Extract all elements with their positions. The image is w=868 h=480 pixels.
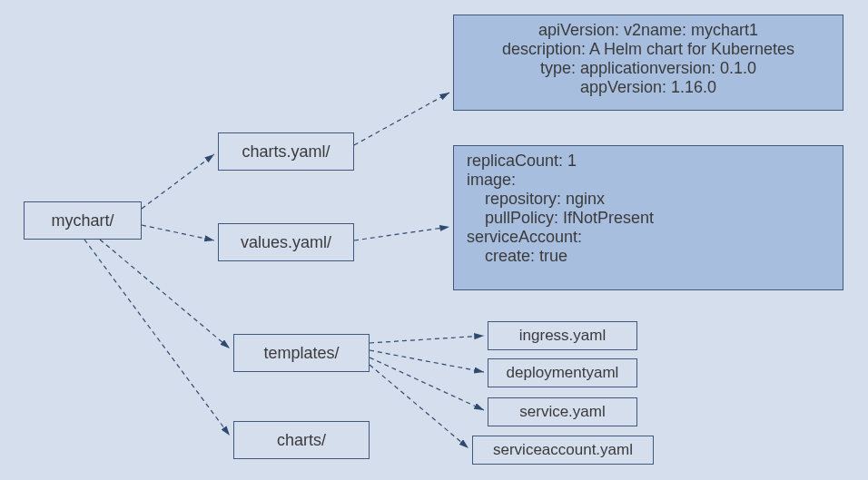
panel-values-yaml-line6: create: true [467,247,830,266]
svg-line-9 [370,365,469,448]
node-templates-label: templates/ [263,344,339,363]
node-charts-dir-label: charts/ [277,431,326,450]
svg-line-5 [354,227,449,240]
panel-chart-yaml: apiVersion: v2name: mychart1 description… [453,15,843,111]
node-values-yaml-label: values.yaml/ [241,233,331,252]
panel-chart-yaml-line2: description: A Helm chart for Kubernetes [467,40,830,59]
panel-values-yaml: replicaCount: 1 image: repository: nginx… [453,145,843,290]
node-service-yaml-label: service.yaml [519,403,605,421]
svg-line-0 [142,154,214,209]
node-ingress-yaml-label: ingress.yaml [519,327,606,345]
svg-line-1 [142,225,214,240]
node-deployment-yaml: deploymentyaml [488,358,637,387]
panel-chart-yaml-line3: type: applicationversion: 0.1.0 [467,59,830,78]
svg-line-4 [354,93,449,145]
node-charts-yaml: charts.yaml/ [218,132,354,171]
node-serviceaccount-yaml-label: serviceaccount.yaml [493,441,633,459]
node-ingress-yaml: ingress.yaml [488,321,637,350]
node-deployment-yaml-label: deploymentyaml [507,364,619,382]
svg-line-8 [370,358,484,410]
node-mychart-label: mychart/ [51,211,113,230]
panel-values-yaml-line5: serviceAccount: [467,228,830,247]
panel-chart-yaml-line4: appVersion: 1.16.0 [467,78,830,97]
panel-values-yaml-line2: image: [467,171,830,190]
svg-line-2 [100,240,230,348]
panel-chart-yaml-line1: apiVersion: v2name: mychart1 [467,21,830,40]
svg-line-3 [84,240,230,436]
node-service-yaml: service.yaml [488,397,637,426]
node-charts-dir: charts/ [233,421,370,459]
node-mychart: mychart/ [24,201,142,240]
node-values-yaml: values.yaml/ [218,223,354,261]
svg-line-6 [370,336,484,343]
node-charts-yaml-label: charts.yaml/ [242,142,330,162]
svg-line-7 [370,350,484,372]
panel-values-yaml-line3: repository: nginx [467,190,830,209]
panel-values-yaml-line4: pullPolicy: IfNotPresent [467,209,830,228]
node-serviceaccount-yaml: serviceaccount.yaml [472,436,654,465]
node-templates: templates/ [233,334,370,372]
panel-values-yaml-line1: replicaCount: 1 [467,152,830,171]
